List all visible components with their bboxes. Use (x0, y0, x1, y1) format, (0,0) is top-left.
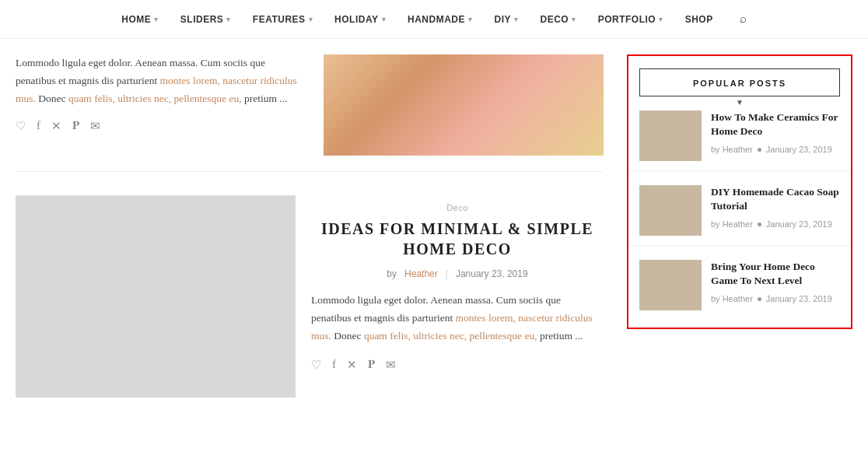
popular-post-meta-1: by Heather January 23, 2019 (711, 145, 840, 154)
nav-item-holiday[interactable]: HOLIDAY ▾ (334, 14, 386, 25)
post-title: IDEAS FOR MINIMAL & SIMPLE HOME DECO (311, 219, 604, 259)
top-article-link2[interactable]: quam felis, ultricies nec, pellentesque … (68, 93, 242, 104)
popular-post-item-2: DIY Homemade Cacao Soap Tutorial by Heat… (628, 171, 851, 246)
nav-deco-chevron: ▾ (572, 16, 576, 23)
nav-home-chevron: ▾ (154, 16, 159, 23)
popular-post-info-2: DIY Homemade Cacao Soap Tutorial by Heat… (711, 185, 840, 229)
post-by-label: by (387, 268, 397, 279)
nav-portfolio-chevron: ▾ (659, 16, 663, 23)
main-article-social: ♡ f ✕ 𝐏 ✉ (311, 358, 604, 372)
top-article-body: Lommodo ligula eget dolor. Aenean massa.… (16, 54, 308, 108)
popular-posts-header: POPULAR POSTS (639, 68, 840, 96)
nav-holiday-chevron: ▾ (382, 16, 387, 23)
ceramics-thumbnail (639, 110, 702, 161)
popular-post-thumb-2[interactable] (639, 185, 702, 236)
nav-sliders-chevron: ▾ (226, 16, 231, 23)
post-category: Deco (311, 203, 604, 212)
popular-post-thumb-1[interactable] (639, 110, 702, 161)
nav-diy-chevron: ▾ (514, 16, 519, 23)
heart-icon-2[interactable]: ♡ (311, 358, 321, 372)
popular-post-date-2: January 23, 2019 (766, 219, 832, 229)
search-icon[interactable]: ⌕ (740, 12, 747, 26)
main-article-card: Deco IDEAS FOR MINIMAL & SIMPLE HOME DEC… (16, 195, 604, 398)
facebook-icon[interactable]: f (37, 119, 40, 132)
popular-post-dot-2 (758, 222, 761, 226)
twitter-x-icon-2[interactable]: ✕ (347, 358, 357, 372)
nav-item-features[interactable]: FEATURES ▾ (253, 14, 313, 25)
soap-thumbnail (639, 185, 702, 236)
popular-post-thumb-3[interactable] (639, 260, 702, 310)
nav-item-diy[interactable]: DIY ▾ (495, 14, 519, 25)
page-content: Lommodo ligula eget dolor. Aenean massa.… (0, 39, 868, 413)
main-article-content: Deco IDEAS FOR MINIMAL & SIMPLE HOME DEC… (311, 195, 604, 398)
popular-post-info-3: Bring Your Home Deco Game To Next Level … (711, 260, 840, 303)
main-article-image-wrap (16, 195, 296, 398)
nav-item-home[interactable]: HOME ▾ (121, 14, 159, 25)
pinterest-icon[interactable]: 𝐏 (72, 119, 79, 132)
facebook-icon-2[interactable]: f (332, 358, 336, 371)
popular-post-by-3: by Heather (711, 294, 753, 303)
popular-post-dot-1 (758, 148, 761, 152)
post-date: January 23, 2019 (456, 268, 528, 279)
deco-thumbnail (639, 260, 702, 310)
popular-post-by-1: by Heather (711, 145, 753, 154)
nav-item-handmade[interactable]: HANDMADE ▾ (408, 14, 473, 25)
nav-features-chevron: ▾ (309, 16, 313, 23)
post-meta: by Heather | January 23, 2019 (311, 268, 604, 279)
post-title-line2: HOME DECO (403, 240, 512, 258)
popular-post-by-2: by Heather (711, 219, 753, 229)
twitter-x-icon[interactable]: ✕ (51, 119, 61, 133)
nav-diy-label: DIY (495, 14, 512, 25)
pinterest-icon-2[interactable]: 𝐏 (368, 358, 375, 371)
nav-item-deco[interactable]: DECO ▾ (541, 14, 576, 25)
top-article-social: ♡ f ✕ 𝐏 ✉ (16, 119, 308, 133)
nav-deco-label: DECO (541, 14, 569, 25)
main-column: Lommodo ligula eget dolor. Aenean massa.… (16, 54, 604, 398)
sidebar: POPULAR POSTS How To Make Ceramics For H… (627, 54, 852, 398)
popular-post-item-1: How To Make Ceramics For Home Deco by He… (628, 96, 851, 171)
main-article-body: Lommodo ligula eget dolor. Aenean massa.… (311, 292, 604, 345)
email-icon-2[interactable]: ✉ (386, 358, 396, 372)
popular-posts-title: POPULAR POSTS (693, 79, 786, 88)
popular-post-title-1[interactable]: How To Make Ceramics For Home Deco (711, 110, 840, 138)
post-title-line1: IDEAS FOR MINIMAL & SIMPLE (321, 220, 593, 237)
popular-post-item-3: Bring Your Home Deco Game To Next Level … (628, 246, 851, 320)
popular-post-date-3: January 23, 2019 (766, 294, 832, 303)
popular-posts-box: POPULAR POSTS How To Make Ceramics For H… (627, 54, 852, 329)
nav-features-label: FEATURES (253, 14, 306, 25)
top-article-text: Lommodo ligula eget dolor. Aenean massa.… (16, 54, 308, 156)
popular-post-meta-2: by Heather January 23, 2019 (711, 219, 840, 229)
main-nav: HOME ▾ SLIDERS ▾ FEATURES ▾ HOLIDAY ▾ HA… (0, 0, 868, 39)
nav-sliders-label: SLIDERS (180, 14, 224, 25)
nav-item-sliders[interactable]: SLIDERS ▾ (180, 14, 231, 25)
nav-handmade-label: HANDMADE (408, 14, 465, 25)
heart-icon[interactable]: ♡ (16, 119, 26, 133)
nav-home-label: HOME (121, 14, 151, 25)
nav-portfolio-label: PORTFOLIO (598, 14, 656, 25)
nav-shop-label: SHOP (685, 14, 713, 25)
nav-item-shop[interactable]: SHOP (685, 14, 713, 25)
popular-post-info-1: How To Make Ceramics For Home Deco by He… (711, 110, 840, 154)
post-meta-divider: | (446, 268, 448, 279)
popular-post-title-3[interactable]: Bring Your Home Deco Game To Next Level (711, 260, 840, 288)
popular-post-meta-3: by Heather January 23, 2019 (711, 294, 840, 303)
main-article-link2[interactable]: quam felis, ultricies nec, pellentesque … (364, 330, 537, 342)
popular-post-dot-3 (758, 297, 761, 301)
nav-item-portfolio[interactable]: PORTFOLIO ▾ (598, 14, 663, 25)
top-article-card: Lommodo ligula eget dolor. Aenean massa.… (16, 54, 604, 172)
top-article-image (324, 54, 604, 156)
popular-post-date-1: January 23, 2019 (766, 145, 832, 154)
post-author[interactable]: Heather (404, 268, 438, 279)
popular-post-title-2[interactable]: DIY Homemade Cacao Soap Tutorial (711, 185, 840, 213)
nav-holiday-label: HOLIDAY (334, 14, 378, 25)
nav-handmade-chevron: ▾ (468, 16, 473, 23)
email-icon[interactable]: ✉ (90, 119, 100, 133)
